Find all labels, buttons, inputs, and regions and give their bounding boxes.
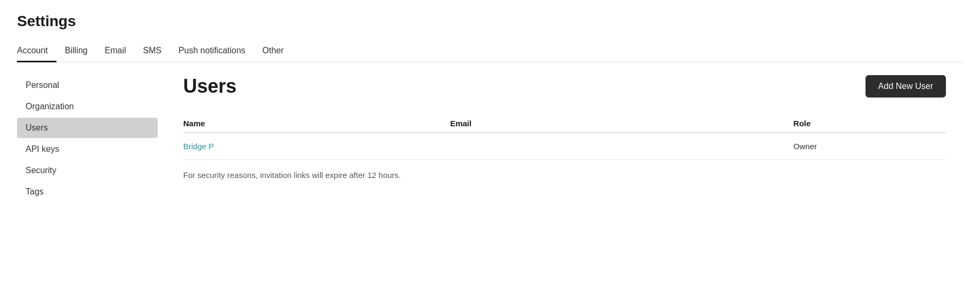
column-header-role: Role (794, 115, 946, 133)
column-header-name: Name (183, 115, 450, 133)
tab-sms[interactable]: SMS (135, 40, 170, 62)
main-content: Users Add New User Name Email Role Bridg… (166, 62, 963, 203)
column-header-email: Email (450, 115, 793, 133)
page-container: Settings Account Billing Email SMS Push … (0, 0, 980, 203)
content-area: Personal Organization Users API keys Sec… (17, 62, 963, 203)
tab-other[interactable]: Other (254, 40, 292, 62)
page-title: Settings (17, 13, 963, 30)
sidebar-item-personal[interactable]: Personal (17, 75, 158, 95)
users-table: Name Email Role Bridge P Owner (183, 115, 946, 160)
sidebar-item-organization[interactable]: Organization (17, 96, 158, 117)
table-row: Bridge P Owner (183, 133, 946, 160)
sidebar-item-tags[interactable]: Tags (17, 182, 158, 202)
tab-account[interactable]: Account (17, 40, 56, 62)
add-new-user-button[interactable]: Add New User (865, 75, 946, 98)
table-header-row: Name Email Role (183, 115, 946, 133)
tab-billing[interactable]: Billing (56, 40, 96, 62)
sidebar: Personal Organization Users API keys Sec… (17, 62, 166, 203)
user-role-cell: Owner (794, 133, 946, 160)
sidebar-item-security[interactable]: Security (17, 160, 158, 181)
tab-email[interactable]: Email (96, 40, 135, 62)
sidebar-item-users[interactable]: Users (17, 118, 158, 138)
security-note: For security reasons, invitation links w… (183, 171, 946, 180)
section-title: Users (183, 75, 236, 98)
main-header: Users Add New User (183, 75, 946, 98)
tab-push-notifications[interactable]: Push notifications (170, 40, 254, 62)
sidebar-item-api-keys[interactable]: API keys (17, 139, 158, 159)
user-email-cell (450, 133, 793, 160)
user-name-cell: Bridge P (183, 133, 450, 160)
user-name-link[interactable]: Bridge P (183, 142, 214, 151)
top-tabs: Account Billing Email SMS Push notificat… (17, 40, 963, 62)
